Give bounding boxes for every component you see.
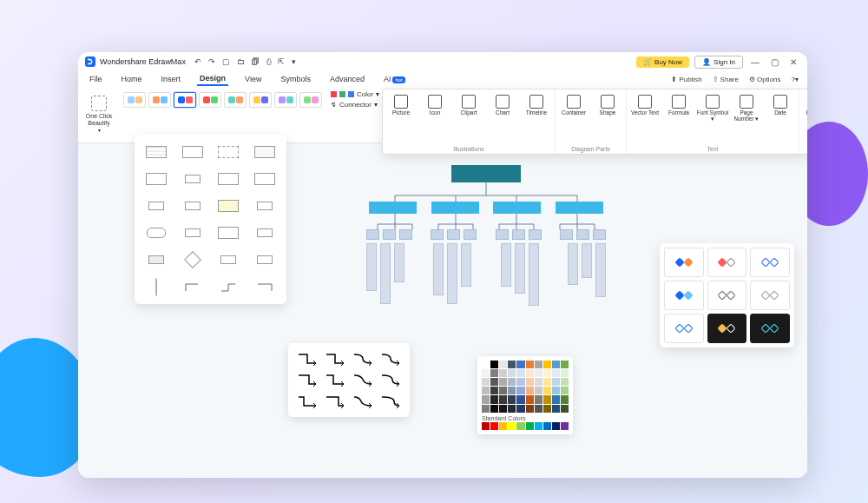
color-swatch[interactable] bbox=[552, 405, 560, 413]
style-option[interactable] bbox=[707, 248, 747, 277]
help-icon[interactable]: ?▾ bbox=[792, 76, 799, 83]
color-swatch[interactable] bbox=[535, 361, 542, 368]
color-swatch[interactable] bbox=[508, 405, 516, 413]
color-swatch[interactable] bbox=[561, 369, 569, 377]
color-swatch[interactable] bbox=[543, 422, 551, 430]
connector-dropdown[interactable]: ↯ Connector ▾ bbox=[331, 101, 379, 109]
color-swatch[interactable] bbox=[499, 405, 507, 413]
ribbon-item[interactable]: Vector Text bbox=[628, 93, 661, 123]
color-swatch[interactable] bbox=[526, 422, 534, 430]
color-swatch[interactable] bbox=[516, 378, 524, 386]
color-swatch[interactable] bbox=[508, 387, 516, 394]
color-swatch[interactable] bbox=[508, 369, 516, 377]
color-swatch[interactable] bbox=[535, 405, 542, 413]
ribbon-item[interactable]: Chart bbox=[486, 93, 519, 118]
ribbon-item[interactable]: Timeline bbox=[520, 93, 553, 118]
share-button[interactable]: ⇪ Share bbox=[713, 76, 739, 83]
color-dropdown[interactable]: Color ▾ bbox=[331, 90, 379, 98]
color-swatch[interactable] bbox=[535, 395, 542, 403]
color-swatch[interactable] bbox=[561, 422, 569, 430]
theme-swatch[interactable] bbox=[123, 92, 146, 108]
connector-option[interactable] bbox=[293, 391, 321, 412]
theme-swatch[interactable] bbox=[274, 92, 297, 108]
tab-advanced[interactable]: Advanced bbox=[327, 73, 367, 85]
buy-now-button[interactable]: 🛒 Buy Now bbox=[636, 56, 689, 68]
theme-swatch[interactable] bbox=[224, 92, 247, 108]
save-icon[interactable]: 🗐 bbox=[252, 57, 260, 66]
ribbon-item[interactable]: Picture bbox=[385, 93, 418, 118]
color-swatch[interactable] bbox=[535, 422, 542, 430]
color-swatch[interactable] bbox=[490, 395, 498, 403]
color-swatch[interactable] bbox=[499, 422, 507, 430]
color-swatch[interactable] bbox=[516, 369, 524, 377]
color-swatch[interactable] bbox=[552, 395, 560, 403]
ribbon-item[interactable]: Date bbox=[764, 93, 797, 123]
connector-option[interactable] bbox=[321, 369, 349, 390]
color-swatch[interactable] bbox=[516, 422, 524, 430]
style-option[interactable] bbox=[750, 281, 790, 310]
color-swatch[interactable] bbox=[526, 405, 534, 413]
color-swatch[interactable] bbox=[482, 395, 490, 403]
color-swatch[interactable] bbox=[543, 387, 551, 394]
style-option[interactable] bbox=[750, 248, 790, 277]
ribbon-item[interactable]: Clipart bbox=[452, 93, 485, 118]
redo-icon[interactable]: ↷ bbox=[208, 57, 215, 66]
connector-option[interactable] bbox=[349, 348, 377, 369]
color-swatch[interactable] bbox=[482, 387, 490, 394]
minimize-icon[interactable]: — bbox=[748, 57, 762, 67]
color-swatch[interactable] bbox=[543, 405, 551, 413]
options-button[interactable]: ⚙ Options bbox=[749, 76, 781, 83]
close-icon[interactable]: ✕ bbox=[786, 57, 800, 67]
color-swatch[interactable] bbox=[490, 422, 498, 430]
color-swatch[interactable] bbox=[482, 369, 490, 377]
color-swatch[interactable] bbox=[490, 361, 498, 368]
new-icon[interactable]: ▢ bbox=[222, 57, 230, 66]
tab-home[interactable]: Home bbox=[119, 73, 145, 85]
color-swatch[interactable] bbox=[535, 378, 542, 386]
color-swatch[interactable] bbox=[552, 422, 560, 430]
color-swatch[interactable] bbox=[508, 378, 516, 386]
color-swatch[interactable] bbox=[561, 395, 569, 403]
color-swatch[interactable] bbox=[526, 378, 534, 386]
color-swatch[interactable] bbox=[482, 405, 490, 413]
export-icon[interactable]: ⇱ bbox=[278, 57, 285, 66]
connector-option[interactable] bbox=[377, 348, 404, 369]
more-qat-icon[interactable]: ▾ bbox=[292, 57, 296, 66]
style-option[interactable] bbox=[750, 314, 790, 343]
theme-swatch[interactable] bbox=[299, 92, 322, 108]
publish-button[interactable]: ⬆ Publish bbox=[671, 76, 701, 83]
color-swatch[interactable] bbox=[499, 387, 507, 394]
color-swatch[interactable] bbox=[516, 405, 524, 413]
connector-option[interactable] bbox=[321, 391, 349, 412]
color-swatch[interactable] bbox=[508, 361, 516, 368]
color-swatch[interactable] bbox=[490, 387, 498, 394]
style-option[interactable] bbox=[707, 281, 747, 310]
theme-swatch[interactable] bbox=[249, 92, 272, 108]
print-icon[interactable]: ⎙ bbox=[266, 57, 271, 66]
maximize-icon[interactable]: ▢ bbox=[767, 57, 781, 67]
theme-swatch[interactable] bbox=[148, 92, 171, 108]
theme-swatch[interactable] bbox=[174, 92, 196, 108]
connector-option[interactable] bbox=[293, 348, 321, 369]
open-icon[interactable]: 🗀 bbox=[237, 57, 245, 66]
ribbon-item[interactable]: Font Symbol ▾ bbox=[696, 93, 729, 123]
color-swatch[interactable] bbox=[508, 395, 516, 403]
color-swatch[interactable] bbox=[490, 378, 498, 386]
color-swatch[interactable] bbox=[516, 395, 524, 403]
theme-swatch[interactable] bbox=[199, 92, 221, 108]
color-swatch[interactable] bbox=[543, 378, 551, 386]
ribbon-item[interactable]: Icon bbox=[418, 93, 451, 118]
ribbon-item[interactable]: Shape bbox=[591, 93, 624, 118]
color-swatch[interactable] bbox=[543, 361, 551, 368]
undo-icon[interactable]: ↶ bbox=[194, 57, 201, 66]
color-swatch[interactable] bbox=[499, 369, 507, 377]
color-swatch[interactable] bbox=[561, 378, 569, 386]
color-swatch[interactable] bbox=[526, 387, 534, 394]
style-option[interactable] bbox=[707, 314, 747, 343]
color-swatch[interactable] bbox=[561, 387, 569, 394]
connector-option[interactable] bbox=[293, 369, 321, 390]
color-swatch[interactable] bbox=[552, 387, 560, 394]
color-swatch[interactable] bbox=[526, 361, 534, 368]
color-swatch[interactable] bbox=[535, 387, 542, 394]
color-swatch[interactable] bbox=[490, 405, 498, 413]
